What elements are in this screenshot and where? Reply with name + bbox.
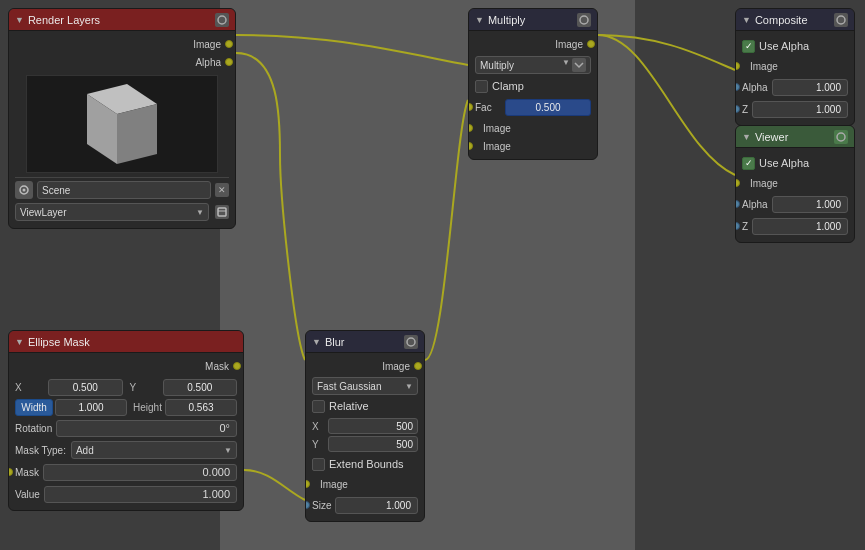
composite-alpha-socket[interactable] xyxy=(735,83,740,91)
multiply-image-out-label: Image xyxy=(555,39,583,50)
mask-type-row: Mask Type: Add ▼ xyxy=(15,440,237,460)
clamp-row: Clamp xyxy=(475,77,591,95)
composite-header[interactable]: ▼ Composite xyxy=(736,9,854,31)
composite-collapse[interactable]: ▼ xyxy=(742,15,751,25)
composite-z-row: Z 1.000 xyxy=(742,99,848,119)
collapse-arrow[interactable]: ▼ xyxy=(15,15,24,25)
x-label: X xyxy=(15,382,45,393)
mask-type-arrow: ▼ xyxy=(224,446,232,455)
viewer-use-alpha-checkbox[interactable]: ✓ xyxy=(742,157,755,170)
blur-method-value: Fast Gaussian xyxy=(317,381,381,392)
viewer-alpha-socket[interactable] xyxy=(735,200,740,208)
viewer-node: ▼ Viewer ✓ Use Alpha Image Alpha 1.000 Z xyxy=(735,125,855,243)
mask-output-row: Mask xyxy=(15,357,237,375)
value-row: Value 1.000 xyxy=(15,484,237,504)
scene-field[interactable]: Scene xyxy=(37,181,211,199)
scene-row: Scene ✕ xyxy=(15,180,229,200)
blur-size-socket[interactable] xyxy=(305,501,310,509)
blur-y-value[interactable]: 500 xyxy=(328,436,418,452)
multiply-dropdown[interactable]: Multiply ▼ xyxy=(475,56,591,74)
composite-z-value[interactable]: 1.000 xyxy=(752,101,848,118)
y-value[interactable]: 0.500 xyxy=(163,379,238,396)
multiply-image-out-row: Image xyxy=(475,35,591,53)
blur-x-value[interactable]: 500 xyxy=(328,418,418,434)
blur-body: Image Fast Gaussian ▼ Relative X 500 Y 5… xyxy=(306,353,424,521)
fac-socket[interactable] xyxy=(468,103,473,111)
viewer-header[interactable]: ▼ Viewer xyxy=(736,126,854,148)
viewer-image-socket[interactable] xyxy=(735,179,740,187)
mask-output-socket[interactable] xyxy=(233,362,241,370)
blur-collapse[interactable]: ▼ xyxy=(312,337,321,347)
fac-value[interactable]: 0.500 xyxy=(505,99,591,116)
viewer-alpha-value[interactable]: 1.000 xyxy=(772,196,848,213)
viewer-title: Viewer xyxy=(755,131,830,143)
multiply-image-in1-socket[interactable] xyxy=(468,124,473,132)
multiply-node: ▼ Multiply Image Multiply ▼ Clamp xyxy=(468,8,598,160)
blur-relative-checkbox[interactable] xyxy=(312,400,325,413)
blur-image-in-socket[interactable] xyxy=(305,480,310,488)
multiply-image-in2-socket[interactable] xyxy=(468,142,473,150)
scene-close-btn[interactable]: ✕ xyxy=(215,183,229,197)
multiply-image-in2-label: Image xyxy=(483,141,511,152)
mask-val-row: Mask 0.000 xyxy=(15,462,237,482)
ellipse-mask-node: ▼ Ellipse Mask Mask X 0.500 Y 0.500 Widt… xyxy=(8,330,244,511)
mask-output-label: Mask xyxy=(205,361,229,372)
multiply-image-out-socket[interactable] xyxy=(587,40,595,48)
mask-type-value: Add xyxy=(76,445,94,456)
blur-icon xyxy=(404,335,418,349)
fac-label: Fac xyxy=(475,102,505,113)
mask-type-dropdown[interactable]: Add ▼ xyxy=(71,441,237,459)
height-value[interactable]: 0.563 xyxy=(165,399,237,416)
blur-size-value[interactable]: 1.000 xyxy=(335,497,418,514)
composite-image-row: Image xyxy=(742,57,848,75)
multiply-collapse[interactable]: ▼ xyxy=(475,15,484,25)
image-output-socket[interactable] xyxy=(225,40,233,48)
render-layers-title: Render Layers xyxy=(28,14,211,26)
multiply-header[interactable]: ▼ Multiply xyxy=(469,9,597,31)
x-value[interactable]: 0.500 xyxy=(48,379,123,396)
width-value[interactable]: 1.000 xyxy=(55,399,127,416)
viewer-z-socket[interactable] xyxy=(735,222,740,230)
blur-y-row: Y 500 xyxy=(312,435,418,453)
blur-extend-bounds-row: Extend Bounds xyxy=(312,455,418,473)
rotation-value[interactable]: 0° xyxy=(56,420,237,437)
mask-out-value[interactable]: 0.000 xyxy=(43,464,237,481)
blur-extend-bounds-checkbox[interactable] xyxy=(312,458,325,471)
blur-image-out-row: Image xyxy=(312,357,418,375)
blur-header[interactable]: ▼ Blur xyxy=(306,331,424,353)
blur-extend-bounds-label: Extend Bounds xyxy=(329,458,404,470)
mask-input-socket[interactable] xyxy=(8,468,13,476)
composite-use-alpha-checkbox[interactable]: ✓ xyxy=(742,40,755,53)
blur-relative-row: Relative xyxy=(312,397,418,415)
viewer-alpha-row: Alpha 1.000 xyxy=(742,194,848,214)
ellipse-collapse-arrow[interactable]: ▼ xyxy=(15,337,24,347)
multiply-dd-value: Multiply xyxy=(480,60,514,71)
render-layers-header[interactable]: ▼ Render Layers xyxy=(9,9,235,31)
xy-row: X 0.500 Y 0.500 xyxy=(15,377,237,397)
multiply-dd-arrow: ▼ xyxy=(562,58,570,72)
composite-body: ✓ Use Alpha Image Alpha 1.000 Z 1.000 xyxy=(736,31,854,125)
multiply-body: Image Multiply ▼ Clamp Fac 0.500 xyxy=(469,31,597,159)
composite-z-socket[interactable] xyxy=(735,105,740,113)
clamp-label: Clamp xyxy=(492,80,524,92)
width-label: Width xyxy=(15,399,53,416)
viewer-use-alpha-label: Use Alpha xyxy=(759,157,809,169)
viewer-z-value[interactable]: 1.000 xyxy=(752,218,848,235)
rotation-label: Rotation xyxy=(15,423,52,434)
ellipse-mask-header[interactable]: ▼ Ellipse Mask xyxy=(9,331,243,353)
composite-node: ▼ Composite ✓ Use Alpha Image Alpha 1.00… xyxy=(735,8,855,126)
mask-label: Mask xyxy=(15,467,39,478)
composite-alpha-label: Alpha xyxy=(742,82,768,93)
alpha-output-socket[interactable] xyxy=(225,58,233,66)
viewlayer-dropdown[interactable]: ViewLayer ▼ xyxy=(15,203,209,221)
clamp-checkbox[interactable] xyxy=(475,80,488,93)
blur-image-out-socket[interactable] xyxy=(414,362,422,370)
composite-alpha-value[interactable]: 1.000 xyxy=(772,79,848,96)
composite-image-socket[interactable] xyxy=(735,62,740,70)
value-out[interactable]: 1.000 xyxy=(44,486,237,503)
blur-x-label: X xyxy=(312,421,324,432)
render-layers-body: Image Alpha Scene ✕ xyxy=(9,31,235,228)
blur-method-dropdown[interactable]: Fast Gaussian ▼ xyxy=(312,377,418,395)
blur-x-row: X 500 xyxy=(312,417,418,435)
viewer-collapse[interactable]: ▼ xyxy=(742,132,751,142)
